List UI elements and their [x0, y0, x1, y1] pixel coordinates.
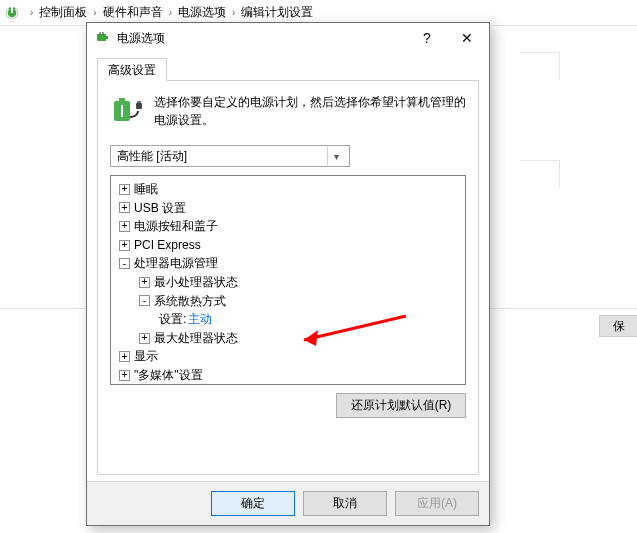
close-icon: ✕	[461, 30, 473, 46]
collapse-icon[interactable]: -	[139, 295, 150, 306]
dialog-footer: 确定 取消 应用(A)	[87, 481, 489, 525]
tab-label: 高级设置	[108, 63, 156, 77]
svg-rect-1	[11, 7, 13, 13]
tree-node-usb[interactable]: + USB 设置	[113, 199, 463, 218]
parent-decor	[520, 52, 560, 80]
chevron-right-icon: ›	[87, 7, 102, 18]
tree-node-system-cooling-policy[interactable]: - 系统散热方式	[113, 292, 463, 311]
battery-plug-icon	[110, 93, 144, 127]
expand-icon[interactable]: +	[119, 184, 130, 195]
tree-node-processor-power-mgmt[interactable]: - 处理器电源管理	[113, 254, 463, 273]
expand-icon[interactable]: +	[139, 277, 150, 288]
chevron-right-icon: ›	[24, 7, 39, 18]
dialog-body: 高级设置 选择你要自定义的电源计划，然后选择你希望计算机管理的电源设置。	[87, 53, 489, 481]
parent-decor	[520, 160, 560, 188]
power-plan-select[interactable]: 高性能 [活动] ▾	[110, 145, 350, 167]
expand-icon[interactable]: +	[119, 351, 130, 362]
restore-row: 还原计划默认值(R)	[110, 393, 466, 418]
expand-icon[interactable]: +	[119, 202, 130, 213]
breadcrumb-item[interactable]: 控制面板	[39, 4, 87, 21]
cancel-button[interactable]: 取消	[303, 491, 387, 516]
tab-pane: 选择你要自定义的电源计划，然后选择你希望计算机管理的电源设置。 高性能 [活动]…	[97, 81, 479, 475]
chevron-right-icon: ›	[226, 7, 241, 18]
power-plan-selected: 高性能 [活动]	[117, 148, 187, 165]
breadcrumb-item[interactable]: 编辑计划设置	[241, 4, 313, 21]
expand-icon[interactable]: +	[119, 221, 130, 232]
breadcrumb-item[interactable]: 硬件和声音	[103, 4, 163, 21]
svg-rect-5	[119, 98, 125, 102]
collapse-icon[interactable]: -	[119, 258, 130, 269]
breadcrumb-item[interactable]: 电源选项	[178, 4, 226, 21]
tree-node-min-processor-state[interactable]: + 最小处理器状态	[113, 273, 463, 292]
help-button[interactable]: ?	[407, 24, 447, 52]
tab-bar: 高级设置	[97, 57, 479, 81]
tree-node-cooling-setting[interactable]: 设置: 主动	[113, 310, 463, 329]
svg-rect-3	[106, 36, 108, 39]
settings-tree: + 睡眠 + USB 设置 + 电源按钮和盖子 + PCI Express	[110, 175, 466, 385]
tree-node-pci-express[interactable]: + PCI Express	[113, 236, 463, 255]
tree-node-sleep[interactable]: + 睡眠	[113, 180, 463, 199]
tree-node-multimedia[interactable]: + "多媒体"设置	[113, 366, 463, 385]
tree-node-power-buttons[interactable]: + 电源按钮和盖子	[113, 217, 463, 236]
tree-node-display[interactable]: + 显示	[113, 347, 463, 366]
cooling-policy-value[interactable]: 主动	[188, 310, 212, 329]
ok-button[interactable]: 确定	[211, 491, 295, 516]
titlebar: 电源选项 ? ✕	[87, 23, 489, 53]
tab-advanced-settings[interactable]: 高级设置	[97, 58, 167, 81]
parent-save-label: 保	[613, 318, 625, 335]
chevron-down-icon: ▾	[327, 147, 345, 165]
apply-button[interactable]: 应用(A)	[395, 491, 479, 516]
expand-icon[interactable]: +	[119, 370, 130, 381]
chevron-right-icon: ›	[163, 7, 178, 18]
header-text: 选择你要自定义的电源计划，然后选择你希望计算机管理的电源设置。	[154, 93, 466, 129]
power-icon	[95, 30, 111, 46]
parent-save-button[interactable]: 保	[599, 315, 637, 337]
tree-inner: + 睡眠 + USB 设置 + 电源按钮和盖子 + PCI Express	[111, 176, 465, 385]
svg-rect-2	[97, 34, 106, 41]
dialog-title: 电源选项	[117, 30, 407, 47]
power-options-dialog: 电源选项 ? ✕ 高级设置	[86, 22, 490, 526]
tree-node-max-processor-state[interactable]: + 最大处理器状态	[113, 329, 463, 348]
power-plan-icon	[4, 5, 20, 21]
restore-plan-defaults-button[interactable]: 还原计划默认值(R)	[336, 393, 466, 418]
expand-icon[interactable]: +	[119, 240, 130, 251]
close-button[interactable]: ✕	[447, 24, 487, 52]
help-icon: ?	[423, 30, 431, 46]
svg-rect-6	[136, 103, 142, 109]
expand-icon[interactable]: +	[139, 333, 150, 344]
header-row: 选择你要自定义的电源计划，然后选择你希望计算机管理的电源设置。	[110, 93, 466, 129]
